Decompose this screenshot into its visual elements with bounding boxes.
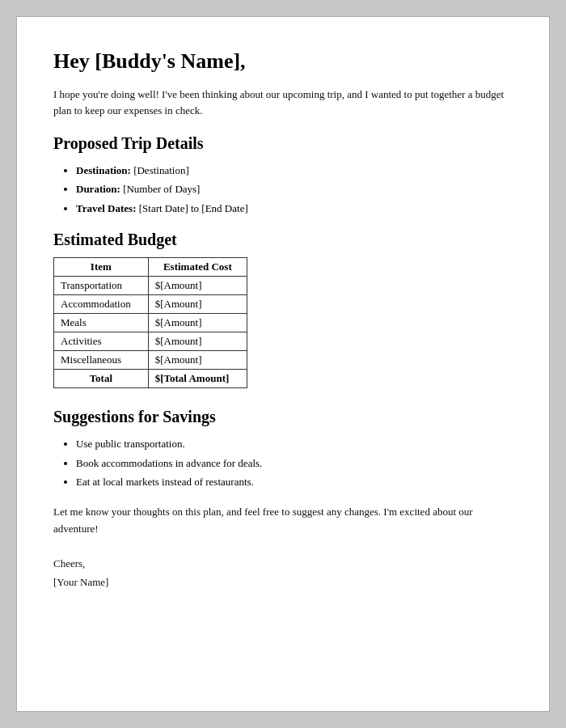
budget-table: Item Estimated Cost Transportation $[Amo… <box>53 257 247 388</box>
trip-details-heading: Proposed Trip Details <box>53 134 513 153</box>
budget-heading: Estimated Budget <box>53 231 513 249</box>
row-item-miscellaneous: Miscellaneous <box>54 351 149 370</box>
table-row: Activities $[Amount] <box>54 332 247 351</box>
row-item-meals: Meals <box>54 314 149 332</box>
table-row: Accommodation $[Amount] <box>54 295 247 314</box>
row-item-activities: Activities <box>54 332 149 351</box>
travel-dates-value: [Start Date] to [End Date] <box>139 202 248 214</box>
sender-name: [Your Name] <box>53 573 513 591</box>
table-row: Miscellaneous $[Amount] <box>54 351 247 370</box>
table-row: Transportation $[Amount] <box>54 277 247 295</box>
sign-off-block: Cheers, [Your Name] <box>53 554 513 592</box>
trip-details-list: Destination: [Destination] Duration: [Nu… <box>76 161 513 218</box>
signoff-line: Cheers, <box>53 554 513 573</box>
duration-value: [Number of Days] <box>123 183 200 195</box>
closing-paragraph: Let me know your thoughts on this plan, … <box>53 504 513 538</box>
destination-label: Destination: <box>76 164 131 176</box>
list-item-duration: Duration: [Number of Days] <box>76 180 513 198</box>
travel-dates-label: Travel Dates: <box>76 202 136 214</box>
document-page: Hey [Buddy's Name], I hope you're doing … <box>16 16 550 712</box>
greeting-heading: Hey [Buddy's Name], <box>53 49 513 74</box>
row-cost-miscellaneous: $[Amount] <box>148 351 247 370</box>
savings-list: Use public transportation. Book accommod… <box>76 434 513 491</box>
savings-heading: Suggestions for Savings <box>53 408 513 426</box>
duration-label: Duration: <box>76 183 120 195</box>
table-total-row: Total $[Total Amount] <box>54 370 247 388</box>
list-item-tip-2: Book accommodations in advance for deals… <box>76 454 513 472</box>
table-header-row: Item Estimated Cost <box>54 258 247 277</box>
total-value: $[Total Amount] <box>148 370 247 388</box>
row-item-transportation: Transportation <box>54 277 149 295</box>
row-cost-meals: $[Amount] <box>148 314 247 332</box>
list-item-travel-dates: Travel Dates: [Start Date] to [End Date] <box>76 199 513 218</box>
table-row: Meals $[Amount] <box>54 314 247 332</box>
list-item-tip-3: Eat at local markets instead of restaura… <box>76 472 513 491</box>
intro-paragraph: I hope you're doing well! I've been thin… <box>53 87 513 118</box>
row-item-accommodation: Accommodation <box>54 295 149 314</box>
list-item-tip-1: Use public transportation. <box>76 434 513 453</box>
column-estimated-cost: Estimated Cost <box>148 258 247 277</box>
column-item: Item <box>54 258 149 277</box>
row-cost-accommodation: $[Amount] <box>148 295 247 314</box>
row-cost-activities: $[Amount] <box>148 332 247 351</box>
total-label: Total <box>54 370 149 388</box>
list-item-destination: Destination: [Destination] <box>76 161 513 180</box>
destination-value: [Destination] <box>133 164 189 176</box>
row-cost-transportation: $[Amount] <box>148 277 247 295</box>
